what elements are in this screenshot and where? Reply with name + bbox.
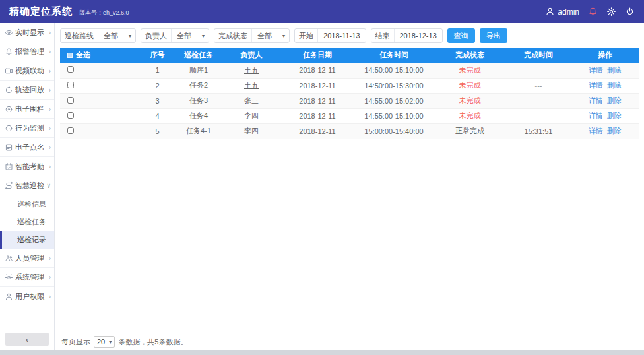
detail-link[interactable]: 详情 [589, 112, 603, 119]
row-owner[interactable]: 王五 [222, 63, 281, 78]
sidebar-item-3[interactable]: 轨迹回放› [0, 81, 54, 100]
delete-link[interactable]: 删除 [607, 81, 622, 89]
sidebar-item-label: 行为监测 [15, 123, 44, 133]
chevron-right-icon: › [49, 67, 51, 75]
sidebar-subitem-8-0[interactable]: 巡检信息 [0, 195, 54, 213]
video-icon [5, 67, 13, 75]
row-status: 未完成 [434, 108, 505, 123]
eye-icon [5, 28, 13, 37]
sidebar-item-2[interactable]: 视频联动› [0, 61, 54, 81]
select-value: 全部 [257, 31, 274, 41]
delete-link[interactable]: 删除 [607, 127, 622, 135]
user-menu[interactable]: admin [545, 7, 579, 16]
owner-select[interactable]: 全部 ▾ [171, 29, 209, 42]
row-status: 未完成 [434, 63, 505, 78]
sidebar-subitem-8-1[interactable]: 巡检任务 [0, 213, 54, 231]
sidebar-item-4[interactable]: 电子围栏› [0, 100, 54, 119]
row-index: 5 [139, 123, 176, 139]
sidebar-item-9[interactable]: 人员管理› [0, 249, 54, 268]
row-finish-time: --- [505, 63, 571, 78]
delete-link[interactable]: 删除 [607, 66, 622, 74]
filter-label: 开始 [295, 31, 317, 41]
filter-label: 完成状态 [214, 31, 251, 41]
row-date: 2018-12-11 [281, 123, 354, 139]
row-checkbox[interactable] [67, 82, 74, 88]
app-window: 精确定位系统 版本号：eh_v2.6.0 admin 实时显示›报警管理›视频联… [0, 0, 644, 355]
power-logout-icon[interactable] [625, 7, 635, 16]
row-task: 任务4 [176, 108, 222, 123]
detail-link[interactable]: 详情 [589, 81, 603, 89]
delete-link[interactable]: 删除 [607, 96, 622, 104]
sidebar-item-10[interactable]: 系统管理› [0, 268, 54, 287]
sidebar-item-label: 实时显示 [15, 28, 44, 38]
sidebar-subitem-8-2[interactable]: 巡检记录 [0, 231, 54, 249]
sidebar-item-8[interactable]: 智慧巡检∨ [0, 176, 54, 195]
col-time: 任务时间 [354, 48, 434, 63]
row-checkbox[interactable] [67, 112, 74, 119]
row-time: 14:50:00-15:30:00 [354, 78, 434, 93]
select-all-checkbox-icon [67, 53, 73, 58]
notification-bell-icon[interactable] [588, 7, 598, 16]
start-date-input[interactable]: 2018-11-13 [317, 29, 365, 42]
chevron-right-icon: › [49, 254, 51, 262]
sidebar-item-6[interactable]: 电子点名› [0, 138, 54, 157]
select-all-header[interactable]: 全选 [60, 48, 139, 63]
table-body: 1顺序1王五2018-12-1114:50:00-15:10:00未完成---详… [60, 63, 639, 139]
row-index: 3 [139, 93, 176, 108]
row-checkbox[interactable] [67, 127, 74, 134]
chevron-right-icon: › [49, 86, 51, 94]
status-select[interactable]: 全部 ▾ [251, 29, 289, 42]
sidebar-item-5[interactable]: 行为监测› [0, 119, 54, 138]
sidebar-item-label: 人员管理 [15, 253, 44, 263]
version-label: 版本号：eh_v2.6.0 [79, 9, 129, 17]
patrol-route-select[interactable]: 全部 ▾ [98, 29, 135, 42]
sidebar-nav: 实时显示›报警管理›视频联动›轨迹回放›电子围栏›行为监测›电子点名›智能考勤›… [0, 23, 54, 306]
detail-link[interactable]: 详情 [589, 96, 603, 104]
end-date-input[interactable]: 2018-12-13 [394, 29, 442, 42]
delete-link[interactable]: 删除 [607, 112, 622, 119]
row-status: 未完成 [434, 78, 505, 93]
row-checkbox[interactable] [67, 97, 74, 104]
chevron-right-icon: › [49, 292, 51, 300]
sidebar-item-label: 智慧巡检 [15, 181, 44, 191]
sidebar-item-label: 视频联动 [15, 66, 44, 76]
caret-down-icon: ▾ [129, 33, 131, 39]
sidebar-item-7[interactable]: 智能考勤› [0, 157, 54, 176]
row-owner[interactable]: 王五 [222, 78, 281, 93]
col-status: 完成状态 [434, 48, 505, 63]
sidebar-item-1[interactable]: 报警管理› [0, 42, 54, 61]
caret-down-icon: ▾ [282, 33, 285, 39]
export-button[interactable]: 导出 [480, 28, 507, 43]
row-date: 2018-12-11 [281, 63, 354, 78]
caret-down-icon: ▾ [109, 339, 112, 345]
col-finish-time: 完成时间 [505, 48, 571, 63]
detail-link[interactable]: 详情 [589, 127, 603, 135]
filter-end-date: 结束 2018-12-13 [371, 28, 443, 43]
sidebar-item-label: 报警管理 [15, 47, 44, 57]
chevron-down-icon: ∨ [46, 181, 51, 189]
detail-link[interactable]: 详情 [589, 66, 603, 74]
row-checkbox[interactable] [67, 66, 74, 73]
select-all-label: 全选 [76, 51, 90, 59]
sidebar-item-0[interactable]: 实时显示› [0, 23, 54, 42]
replay-icon [5, 86, 13, 94]
sidebar-item-11[interactable]: 用户权限› [0, 287, 54, 306]
table-row: 3任务3张三2018-12-1114:55:00-15:02:00未完成---详… [60, 93, 639, 108]
record-count-label: 条数据，共5条数据。 [118, 337, 187, 347]
sidebar: 实时显示›报警管理›视频联动›轨迹回放›电子围栏›行为监测›电子点名›智能考勤›… [0, 23, 55, 350]
page-size-select[interactable]: 20 ▾ [94, 336, 115, 348]
row-date: 2018-12-11 [281, 108, 354, 123]
row-task: 顺序1 [176, 63, 222, 78]
system-icon [5, 273, 13, 282]
user-icon [545, 7, 555, 16]
row-actions: 详情删除 [571, 63, 639, 78]
col-actions: 操作 [571, 48, 639, 63]
search-button[interactable]: 查询 [447, 28, 475, 43]
table-row: 5任务4-1李四2018-12-1115:00:00-15:40:00正常完成1… [60, 123, 639, 139]
sidebar-collapse-button[interactable]: ‹ [5, 333, 49, 346]
fence-icon [5, 105, 13, 113]
page-size-prefix: 每页显示 [61, 337, 90, 347]
settings-gear-icon[interactable] [606, 7, 616, 16]
sidebar-item-label: 轨迹回放 [15, 85, 44, 95]
table-row: 2任务2王五2018-12-1114:50:00-15:30:00未完成---详… [60, 78, 639, 93]
